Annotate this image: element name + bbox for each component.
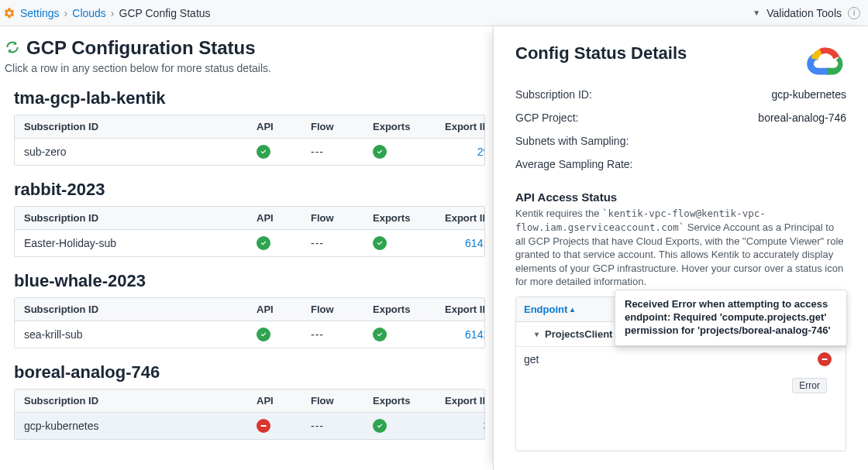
topbar-right: ▼ Validation Tools i	[753, 7, 860, 19]
status-table: Subscription IDAPIFlowExportsExport IDss…	[14, 297, 485, 348]
col-exports[interactable]: Exports	[373, 395, 435, 407]
kv-gcp-project: GCP Project: boreal-analog-746	[515, 111, 846, 124]
export-id-link[interactable]: 61416	[465, 237, 485, 249]
breadcrumb-sep: ›	[111, 7, 115, 19]
cell-flow: ---	[311, 328, 373, 341]
col-export-ids[interactable]: Export IDs	[435, 304, 485, 315]
cell-exports	[373, 419, 435, 433]
breadcrumb-sep: ›	[64, 7, 68, 19]
cell-api	[257, 145, 311, 159]
table-header: Subscription IDAPIFlowExportsExport IDs	[15, 298, 484, 321]
col-api[interactable]: API	[257, 212, 311, 224]
col-subscription[interactable]: Subscription ID	[24, 304, 257, 315]
col-exports[interactable]: Exports	[373, 304, 435, 315]
col-subscription[interactable]: Subscription ID	[24, 212, 257, 224]
endpoint-item-row[interactable]: get	[516, 347, 846, 372]
col-exports[interactable]: Exports	[373, 121, 435, 132]
endpoint-table: Endpoint ▴ ▾ ProjectsClient get Received…	[515, 297, 846, 451]
topbar: Settings › Clouds › GCP Config Status ▼ …	[0, 0, 868, 26]
api-access-para: Kentik requires the `kentik-vpc-flow@ken…	[515, 207, 846, 289]
cell-subscription: gcp-kubernetes	[24, 420, 257, 432]
cell-export-ids: 61416	[435, 237, 485, 249]
col-flow[interactable]: Flow	[311, 395, 373, 407]
error-tag: Error	[792, 378, 827, 393]
svg-rect-1	[822, 359, 828, 360]
status-table: Subscription IDAPIFlowExportsExport IDss…	[14, 115, 485, 166]
chevron-up-icon: ▴	[570, 305, 574, 314]
table-header: Subscription IDAPIFlowExportsExport IDs	[15, 115, 484, 139]
value: boreal-analog-746	[758, 111, 846, 124]
label: Subscription ID:	[515, 88, 592, 101]
cell-subscription: sub-zero	[24, 146, 257, 158]
cell-exports	[373, 236, 435, 250]
api-access-heading: API Access Status	[515, 190, 846, 204]
validation-tools-menu[interactable]: Validation Tools	[766, 7, 842, 19]
chevron-down-icon[interactable]: ▼	[753, 9, 760, 17]
breadcrumb-current: GCP Config Status	[119, 7, 211, 19]
ok-icon	[373, 145, 387, 159]
ok-icon	[257, 328, 270, 341]
cell-api	[257, 419, 311, 433]
status-table: Subscription IDAPIFlowExportsExport IDsg…	[14, 389, 485, 440]
endpoint-method: get	[524, 353, 539, 365]
cell-export-ids: 32	[435, 420, 485, 432]
page-title: GCP Configuration Status	[26, 37, 256, 59]
table-row[interactable]: Easter-Holiday-sub---61416	[15, 230, 484, 256]
info-icon[interactable]: i	[848, 7, 860, 19]
table-row[interactable]: sub-zero---290	[15, 139, 484, 165]
kv-avg-sampling: Average Sampling Rate:	[515, 158, 846, 170]
cell-flow: ---	[311, 237, 373, 249]
col-flow[interactable]: Flow	[311, 121, 373, 132]
label: Subnets with Sampling:	[515, 135, 629, 147]
col-api[interactable]: API	[257, 304, 311, 315]
label: Average Sampling Rate:	[515, 158, 633, 170]
error-icon[interactable]	[818, 352, 832, 366]
chevron-down-icon: ▾	[535, 330, 539, 338]
svg-rect-0	[261, 425, 267, 427]
error-tooltip: Received Error when attempting to access…	[615, 290, 847, 346]
export-id-link[interactable]: 32	[483, 420, 485, 432]
ok-icon	[373, 419, 387, 433]
cell-export-ids: 61427	[435, 328, 485, 341]
gcp-logo-icon	[803, 43, 846, 77]
table-header: Subscription IDAPIFlowExportsExport IDs	[15, 207, 484, 230]
col-flow[interactable]: Flow	[311, 304, 373, 315]
refresh-icon[interactable]	[5, 39, 20, 57]
kv-subscription-id: Subscription ID: gcp-kubernetes	[515, 88, 846, 101]
export-id-link[interactable]: 61427	[465, 328, 485, 341]
panel-title: Config Status Details	[515, 43, 687, 63]
table-header: Subscription IDAPIFlowExportsExport IDs	[15, 389, 484, 413]
cell-exports	[373, 328, 435, 341]
value: gcp-kubernetes	[771, 88, 846, 101]
error-icon	[257, 419, 270, 433]
col-export-ids[interactable]: Export IDs	[435, 395, 485, 407]
cell-subscription: sea-krill-sub	[24, 328, 257, 341]
table-row[interactable]: sea-krill-sub---61427	[15, 321, 484, 348]
export-id-link[interactable]: 290	[477, 146, 485, 158]
col-subscription[interactable]: Subscription ID	[24, 395, 257, 407]
cell-api	[257, 328, 311, 341]
col-api[interactable]: API	[257, 395, 311, 407]
col-subscription[interactable]: Subscription ID	[24, 121, 257, 132]
col-flow[interactable]: Flow	[311, 212, 373, 224]
status-table: Subscription IDAPIFlowExportsExport IDsE…	[14, 206, 485, 257]
breadcrumb-settings[interactable]: Settings	[20, 7, 60, 19]
kv-subnets-sampling: Subnets with Sampling:	[515, 135, 846, 147]
cell-flow: ---	[311, 146, 373, 158]
ok-icon	[373, 236, 387, 250]
ok-icon	[257, 236, 270, 250]
ok-icon	[373, 328, 387, 341]
cell-exports	[373, 145, 435, 159]
col-export-ids[interactable]: Export IDs	[435, 121, 485, 132]
col-exports[interactable]: Exports	[373, 212, 435, 224]
breadcrumb: Settings › Clouds › GCP Config Status	[3, 7, 211, 19]
table-row[interactable]: gcp-kubernetes---32	[15, 413, 484, 439]
breadcrumb-clouds[interactable]: Clouds	[72, 7, 106, 19]
col-api[interactable]: API	[257, 121, 311, 132]
gear-icon	[3, 7, 16, 19]
col-export-ids[interactable]: Export IDs	[435, 212, 485, 224]
cell-flow: ---	[311, 420, 373, 432]
details-panel: Config Status Details Subscription ID: g…	[493, 26, 868, 470]
cell-subscription: Easter-Holiday-sub	[24, 237, 257, 249]
ok-icon	[257, 145, 270, 159]
